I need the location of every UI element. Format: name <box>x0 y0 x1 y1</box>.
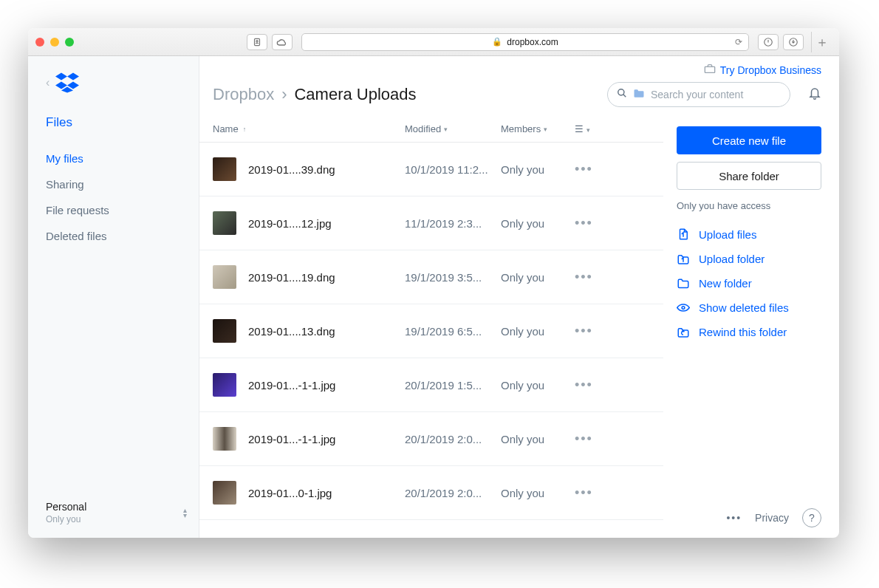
chevron-right-icon: › <box>281 85 287 104</box>
new-tab-button[interactable]: ＋ <box>811 32 832 52</box>
lock-icon: 🔒 <box>492 37 502 47</box>
file-row[interactable]: 2019-01....13.dng19/1/2019 6:5...Only yo… <box>199 304 663 358</box>
view-options-button[interactable]: ☰ ▾ <box>575 123 604 134</box>
file-members: Only you <box>501 163 575 176</box>
window-maximize-button[interactable] <box>65 38 74 47</box>
file-row[interactable]: 2019-01....19.dng19/1/2019 3:5...Only yo… <box>199 250 663 304</box>
file-more-button[interactable]: ••• <box>575 377 593 393</box>
file-modified: 11/1/2019 2:3... <box>405 217 501 230</box>
dropbox-logo[interactable] <box>55 72 79 93</box>
address-bar[interactable]: 🔒 dropbox.com ⟳ <box>301 33 749 51</box>
file-row[interactable]: 2019-01....12.jpg11/1/2019 2:3...Only yo… <box>199 196 663 250</box>
action-link[interactable]: Upload folder <box>677 253 821 265</box>
file-name[interactable]: 2019-01....13.dng <box>248 325 405 338</box>
actions-panel: Create new file Share folder Only you ha… <box>663 119 839 538</box>
downloads-button[interactable] <box>783 34 804 50</box>
caret-down-icon: ▾ <box>444 126 448 133</box>
file-more-button[interactable]: ••• <box>575 270 593 285</box>
file-members: Only you <box>501 487 575 499</box>
folder-filter-icon[interactable] <box>633 89 645 100</box>
file-row[interactable]: 2019-01...0-1.jpg20/1/2019 2:0...Only yo… <box>199 466 663 520</box>
file-members: Only you <box>501 379 575 392</box>
breadcrumb-current: Camera Uploads <box>294 85 416 104</box>
more-icon[interactable]: ••• <box>726 512 742 524</box>
account-access: Only you <box>46 514 86 524</box>
file-thumbnail <box>213 481 236 505</box>
url-domain: dropbox.com <box>507 37 558 47</box>
file-modified: 10/1/2019 11:2... <box>405 163 501 176</box>
file-thumbnail <box>213 265 236 289</box>
nav-section-files[interactable]: Files <box>28 103 199 137</box>
file-thumbnail <box>213 157 236 181</box>
svg-point-5 <box>618 89 624 95</box>
file-name[interactable]: 2019-01....19.dng <box>248 271 405 284</box>
file-more-button[interactable]: ••• <box>575 216 593 231</box>
privacy-link[interactable]: Privacy <box>755 512 789 524</box>
col-header-modified[interactable]: Modified ▾ <box>405 123 501 134</box>
account-switcher[interactable]: Personal Only you ▴▾ <box>28 490 199 538</box>
window-controls <box>35 38 74 47</box>
action-link[interactable]: Rewind this folder <box>677 326 821 338</box>
file-modified: 20/1/2019 1:5... <box>405 379 501 392</box>
notifications-button[interactable] <box>808 86 821 104</box>
file-thumbnail <box>213 211 236 235</box>
icloud-button[interactable] <box>272 34 293 50</box>
svg-point-1 <box>256 40 258 41</box>
file-name[interactable]: 2019-01....12.jpg <box>248 217 405 230</box>
breadcrumb-root[interactable]: Dropbox <box>213 85 274 104</box>
share-folder-button[interactable]: Share folder <box>677 162 821 190</box>
adblock-button[interactable] <box>758 34 779 50</box>
file-more-button[interactable]: ••• <box>575 162 593 177</box>
file-list: Name ↑ Modified ▾ Members ▾ ☰ ▾ <box>199 119 663 538</box>
file-row[interactable]: 2019-01...-1-1.jpg20/1/2019 2:0...Only y… <box>199 412 663 466</box>
action-link[interactable]: Upload files <box>677 228 821 241</box>
sidebar-item[interactable]: My files <box>46 152 199 165</box>
col-header-name[interactable]: Name ↑ <box>213 123 405 134</box>
file-name[interactable]: 2019-01....39.dng <box>248 163 405 176</box>
file-members: Only you <box>501 271 575 284</box>
file-thumbnail <box>213 319 236 343</box>
file-more-button[interactable]: ••• <box>575 324 593 339</box>
file-thumbnail <box>213 373 236 397</box>
briefcase-icon <box>704 64 716 76</box>
file-row[interactable]: 2019-01....39.dng10/1/2019 11:2...Only y… <box>199 143 663 196</box>
file-more-button[interactable]: ••• <box>575 485 593 501</box>
new-folder-icon <box>677 278 690 289</box>
help-button[interactable]: ? <box>802 508 821 527</box>
file-more-button[interactable]: ••• <box>575 431 593 447</box>
action-link[interactable]: Show deleted files <box>677 301 821 314</box>
window-minimize-button[interactable] <box>50 38 59 47</box>
file-modified: 20/1/2019 2:0... <box>405 487 501 499</box>
file-modified: 19/1/2019 6:5... <box>405 325 501 338</box>
action-link[interactable]: New folder <box>677 277 821 290</box>
sidebar-item[interactable]: Sharing <box>46 178 199 191</box>
account-name: Personal <box>46 501 86 513</box>
sidebar-item[interactable]: Deleted files <box>46 230 199 242</box>
create-new-file-button[interactable]: Create new file <box>677 126 821 154</box>
breadcrumb: Dropbox › Camera Uploads <box>213 85 417 104</box>
updown-icon: ▴▾ <box>183 507 187 518</box>
file-name[interactable]: 2019-01...-1-1.jpg <box>248 379 405 392</box>
upload-file-icon <box>677 228 690 241</box>
collapse-sidebar-button[interactable]: ‹ <box>46 76 49 89</box>
sidebar-item[interactable]: File requests <box>46 204 199 216</box>
search-input[interactable] <box>651 89 781 100</box>
app-window: 🔒 dropbox.com ⟳ ＋ ‹ Files My filesSharin… <box>28 28 839 538</box>
file-modified: 19/1/2019 3:5... <box>405 271 501 284</box>
list-header: Name ↑ Modified ▾ Members ▾ ☰ ▾ <box>199 119 663 143</box>
file-name[interactable]: 2019-01...-1-1.jpg <box>248 433 405 445</box>
col-header-members[interactable]: Members ▾ <box>501 123 575 134</box>
file-name[interactable]: 2019-01...0-1.jpg <box>248 487 405 499</box>
privacy-report-button[interactable] <box>247 34 267 50</box>
file-thumbnail <box>213 427 236 451</box>
search-box[interactable] <box>607 82 790 107</box>
window-close-button[interactable] <box>35 38 44 47</box>
main-content: Try Dropbox Business Dropbox › Camera Up… <box>199 56 839 538</box>
rewind-icon <box>677 327 690 338</box>
file-row[interactable]: 2019-01...-1-1.jpg20/1/2019 1:5...Only y… <box>199 358 663 412</box>
caret-down-icon: ▾ <box>544 126 547 133</box>
sidebar: ‹ Files My filesSharingFile requestsDele… <box>28 56 199 538</box>
access-note: Only you have access <box>677 200 821 211</box>
try-business-link[interactable]: Try Dropbox Business <box>720 64 821 76</box>
reload-icon[interactable]: ⟳ <box>735 37 742 47</box>
